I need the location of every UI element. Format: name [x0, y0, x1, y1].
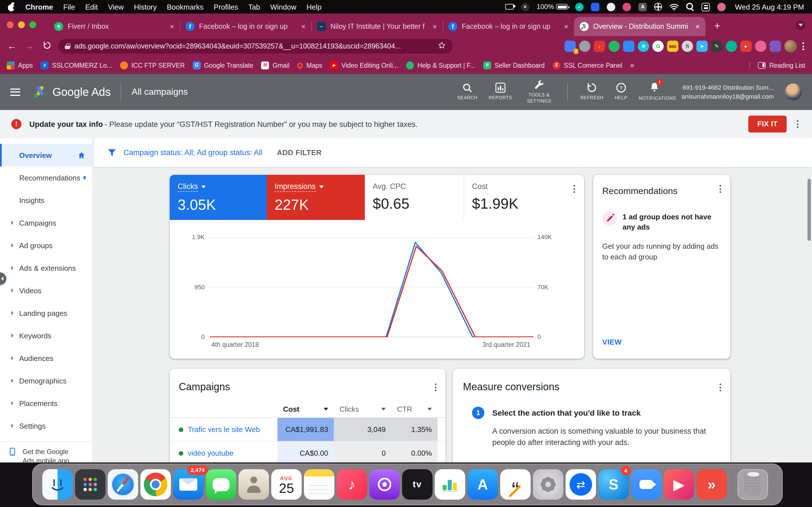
cell-cost[interactable]: CA$0.00: [278, 442, 334, 462]
cell-clicks[interactable]: 3,049: [334, 418, 391, 441]
bookmark-star-icon[interactable]: [438, 41, 446, 51]
dock-video-call-icon[interactable]: [631, 469, 661, 500]
menu-file[interactable]: File: [63, 3, 75, 11]
extension-send-icon[interactable]: ➤: [696, 41, 708, 52]
extension-download-icon[interactable]: ↓: [594, 41, 605, 52]
dock-quotes-app-icon[interactable]: “: [500, 469, 531, 500]
globe-icon[interactable]: [654, 3, 662, 11]
campaign-link[interactable]: Trafic vers le site Web: [188, 425, 260, 434]
fix-it-button[interactable]: FIX IT: [748, 116, 787, 132]
menu-tab[interactable]: Tab: [248, 3, 260, 11]
wifi-icon[interactable]: [670, 3, 679, 10]
account-avatar[interactable]: [785, 83, 802, 100]
dock-music-icon[interactable]: ♪: [337, 469, 367, 500]
lock-icon[interactable]: [65, 43, 70, 49]
extension-tv-icon[interactable]: ▸: [740, 41, 752, 52]
tab-close-icon[interactable]: ×: [695, 22, 700, 31]
scrollbar-thumb[interactable]: [808, 179, 811, 241]
cell-cost[interactable]: CA$1,991.83: [278, 418, 334, 441]
add-filter-button[interactable]: ADD FILTER: [277, 148, 322, 157]
dock-red-video-app-icon[interactable]: ▶: [664, 469, 694, 500]
campaign-link[interactable]: vidéo youtube: [188, 449, 233, 457]
battery-indicator[interactable]: 100%: [536, 3, 568, 11]
cell-ctr[interactable]: 1.35%: [391, 418, 438, 441]
dock-safari-icon[interactable]: [108, 469, 138, 500]
metric-avg-cpc[interactable]: Avg. CPC $0.65: [365, 175, 464, 220]
menu-window[interactable]: Window: [270, 3, 297, 11]
extension-camera-icon[interactable]: [623, 41, 634, 52]
tools-settings-button[interactable]: TOOLS & SETTINGS: [523, 79, 555, 104]
extension-puzzle-icon[interactable]: 3: [565, 41, 576, 52]
dock-launchpad-icon[interactable]: [75, 469, 106, 500]
reading-list-button[interactable]: Reading List: [749, 62, 805, 68]
status-check-icon[interactable]: ✓: [575, 3, 584, 11]
status-white-app-icon[interactable]: [607, 3, 616, 11]
extension-icon[interactable]: ✻: [638, 41, 649, 52]
extension-g-icon[interactable]: G: [652, 41, 664, 52]
tab-close-icon[interactable]: ×: [170, 22, 174, 31]
browser-tab-niloy[interactable]: ~ Niloy IT Institute | Your better f ×: [311, 17, 443, 36]
sidebar-item-audiences[interactable]: Audiences: [0, 347, 93, 370]
sidebar-item-videos[interactable]: Videos: [0, 279, 93, 302]
search-button[interactable]: SEARCH: [457, 82, 478, 102]
forward-button[interactable]: →: [23, 41, 36, 51]
back-button[interactable]: ←: [6, 41, 18, 51]
extension-icon[interactable]: [579, 41, 590, 52]
dock-calendar-icon[interactable]: AUG25: [271, 469, 302, 500]
window-controls[interactable]: [7, 21, 36, 28]
column-ctr[interactable]: CTR: [391, 405, 438, 413]
menu-app-chrome[interactable]: Chrome: [25, 3, 53, 11]
extension-icon[interactable]: [755, 41, 766, 52]
menu-bookmarks[interactable]: Bookmarks: [167, 3, 204, 11]
screen-record-icon[interactable]: [505, 4, 513, 10]
browser-tab-facebook-2[interactable]: f Facebook – log in or sign up ×: [443, 17, 574, 36]
bookmark-icc-ftp[interactable]: ICC FTP SERVER: [120, 61, 185, 69]
dock-finder-icon[interactable]: [42, 469, 73, 500]
chart-card-menu-icon[interactable]: [571, 184, 577, 194]
sidebar-item-placements[interactable]: Placements: [0, 392, 93, 414]
profile-avatar[interactable]: [785, 40, 797, 52]
extension-pen-icon[interactable]: ✎: [711, 41, 722, 52]
column-clicks[interactable]: Clicks: [334, 405, 391, 413]
hamburger-menu-icon[interactable]: [10, 88, 20, 96]
status-blue-app-icon[interactable]: [591, 3, 600, 11]
dock-podcasts-icon[interactable]: [369, 469, 400, 500]
bookmark-maps[interactable]: Maps: [297, 62, 322, 68]
column-cost[interactable]: Cost: [278, 405, 334, 413]
bookmark-gmail[interactable]: MGmail: [262, 61, 290, 69]
sidebar-item-settings[interactable]: Settings: [0, 414, 93, 437]
metric-cost[interactable]: Cost $1.99K: [464, 175, 562, 220]
sidebar-item-ad-groups[interactable]: Ad groups: [0, 234, 93, 257]
sidebar-item-landing-pages[interactable]: Landing pages: [0, 302, 93, 324]
dock-numbers-icon[interactable]: [435, 469, 465, 500]
sidebar-item-campaigns[interactable]: Campaigns: [0, 212, 93, 234]
metric-impressions[interactable]: Impressions 227K: [267, 175, 365, 220]
metric-clicks[interactable]: Clicks 3.05K: [170, 175, 267, 220]
dock-messages-icon[interactable]: [206, 469, 236, 500]
extension-icon[interactable]: [726, 41, 737, 52]
browser-tab-google-ads-active[interactable]: Overview - Distribution Summi ×: [574, 17, 705, 36]
dock-app-store-icon[interactable]: A: [467, 469, 498, 500]
status-x-icon[interactable]: ×: [521, 3, 529, 11]
filter-summary[interactable]: Campaign status: All; Ad group status: A…: [123, 148, 262, 157]
sidebar-item-keywords[interactable]: Keywords: [0, 324, 93, 347]
google-ads-logo[interactable]: Google Ads: [33, 84, 111, 99]
menu-help[interactable]: Help: [306, 3, 322, 11]
sidebar-item-ads-extensions[interactable]: Ads & extensions: [0, 257, 93, 279]
zoom-window-icon[interactable]: [29, 21, 36, 28]
spotlight-search-icon[interactable]: [687, 3, 694, 11]
bookmarks-overflow-icon[interactable]: »: [630, 61, 634, 69]
view-button[interactable]: VIEW: [602, 338, 622, 346]
menu-bar-clock[interactable]: Wed 25 Aug 4:19 PM: [735, 3, 804, 11]
extension-icon[interactable]: [770, 41, 781, 52]
status-pink-app-icon[interactable]: [623, 3, 631, 11]
menu-profiles[interactable]: Profiles: [214, 3, 238, 11]
dock-chrome-icon[interactable]: [140, 469, 171, 500]
dock-anydesk-icon[interactable]: »: [696, 469, 727, 500]
dock-mail-icon[interactable]: 2,474: [173, 469, 204, 500]
url-text[interactable]: ads.google.com/aw/overview?ocid=28963404…: [74, 42, 433, 50]
cell-clicks[interactable]: 0: [334, 442, 391, 462]
close-window-icon[interactable]: [7, 21, 13, 28]
menu-history[interactable]: History: [134, 3, 157, 11]
dock-teamviewer-icon[interactable]: ⇄: [566, 469, 596, 500]
